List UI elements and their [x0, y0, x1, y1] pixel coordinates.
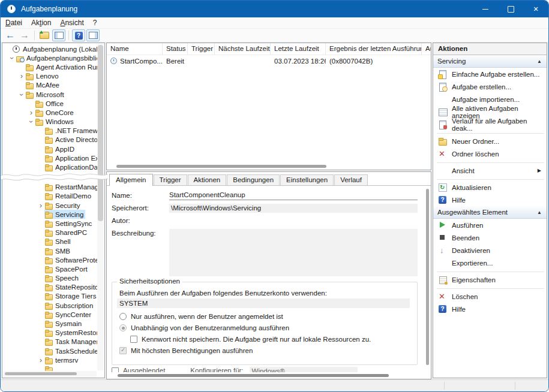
column-header[interactable]: Letzte Laufzeit: [271, 43, 326, 55]
action-item[interactable]: Aufgabe importieren...: [433, 93, 547, 105]
tree-item[interactable]: Security: [2, 201, 104, 210]
menu-item[interactable]: Aktion: [31, 19, 51, 27]
toolbar-button[interactable]: [68, 31, 69, 40]
tree-item[interactable]: Aufgabenplanungsbibliot: [2, 53, 104, 62]
tree-item[interactable]: .NET Framewo: [2, 126, 104, 135]
scrollbar-thumb[interactable]: [116, 165, 326, 168]
tree-item[interactable]: Windows: [2, 117, 104, 126]
toolbar-button[interactable]: [4, 29, 17, 41]
action-item[interactable]: Alle aktiven Aufgaben anzeigen: [433, 105, 547, 118]
tree-horizontal-scrollbar[interactable]: [3, 371, 97, 377]
window-control-button[interactable]: [523, 1, 548, 17]
toolbar-button[interactable]: [86, 29, 100, 41]
actions-section-header-selected-item[interactable]: Ausgewähltes Element ▲: [433, 206, 547, 219]
tree-item[interactable]: Aufgabenplanung (Lokal): [2, 44, 104, 53]
menu-item[interactable]: Ansicht: [60, 19, 83, 27]
tree-vertical-scrollbar[interactable]: [97, 44, 104, 370]
toolbar-button[interactable]: [52, 29, 65, 41]
tree-item[interactable]: Agent Activation Run: [2, 62, 104, 71]
expander-icon[interactable]: [18, 73, 25, 80]
tree-item[interactable]: StateRepositor: [2, 283, 104, 292]
details-tab[interactable]: Aktionen: [188, 174, 227, 185]
tree-item[interactable]: Task Manager: [2, 337, 104, 346]
details-tab[interactable]: Trigger: [154, 174, 187, 185]
scrollbar-thumb[interactable]: [98, 45, 103, 221]
tree-item[interactable]: Shell: [2, 237, 104, 246]
tree-item[interactable]: AppID: [2, 144, 104, 153]
toolbar-button[interactable]: [34, 31, 35, 40]
action-item[interactable]: Ansicht: [433, 164, 547, 177]
column-header[interactable]: Name: [107, 43, 163, 55]
tree-item[interactable]: Sysmain: [2, 319, 104, 328]
details-horizontal-scrollbar[interactable]: [108, 373, 422, 378]
tree-item[interactable]: Microsoft: [2, 90, 104, 99]
toolbar-button[interactable]: [18, 29, 31, 41]
scrollbar-thumb[interactable]: [118, 374, 389, 377]
tree-item[interactable]: SharedPC: [2, 228, 104, 237]
action-item[interactable]: [437, 269, 544, 272]
action-item[interactable]: Neuer Ordner...: [433, 135, 547, 147]
actions-section-header-servicing[interactable]: Servicing ▲: [433, 55, 547, 68]
action-item[interactable]: Einfache Aufgabe erstellen...: [433, 68, 547, 80]
column-header[interactable]: Status: [163, 43, 188, 55]
action-item[interactable]: Hilfe: [433, 194, 547, 206]
window-control-button[interactable]: [498, 1, 523, 17]
window-control-button[interactable]: [473, 1, 498, 17]
action-item[interactable]: [437, 160, 544, 163]
column-header[interactable]: Autor: [422, 43, 431, 55]
tree-item[interactable]: Application Ex: [2, 153, 104, 162]
action-item[interactable]: Deaktivieren: [433, 244, 547, 257]
tree-item[interactable]: OneCore: [2, 108, 104, 117]
menu-item[interactable]: Datei: [5, 19, 22, 27]
expander-icon[interactable]: [18, 91, 25, 98]
column-header[interactable]: Trigger: [188, 43, 215, 55]
tree-item[interactable]: SoftwareProte: [2, 255, 104, 264]
expander-icon[interactable]: [28, 109, 35, 116]
details-tab[interactable]: Verlauf: [334, 174, 368, 185]
tree-item[interactable]: SyncCenter: [2, 310, 104, 319]
toolbar-button[interactable]: [38, 29, 51, 41]
action-item[interactable]: Aufgabe erstellen...: [433, 80, 547, 93]
action-item[interactable]: [437, 177, 544, 180]
tree-item[interactable]: Subscription: [2, 301, 104, 310]
expander-icon[interactable]: [37, 357, 44, 364]
details-tab[interactable]: Bedingungen: [227, 174, 280, 185]
scrollbar-thumb[interactable]: [426, 189, 429, 365]
action-item[interactable]: Aktualisieren: [433, 181, 547, 194]
tree-item[interactable]: Active Director: [2, 135, 104, 144]
expander-icon[interactable]: [37, 202, 44, 209]
tree-item[interactable]: Office: [2, 99, 104, 108]
tree-item[interactable]: SettingSync: [2, 219, 104, 228]
action-item[interactable]: Verlauf für alle Aufgaben deak...: [433, 118, 547, 131]
details-vertical-scrollbar[interactable]: [426, 189, 429, 370]
action-item[interactable]: Ordner löschen: [433, 147, 547, 160]
action-item[interactable]: Beenden: [433, 231, 547, 244]
collapse-icon[interactable]: ▲: [537, 210, 542, 215]
tree-item[interactable]: Servicing: [2, 210, 104, 219]
tree-item[interactable]: TaskScheduler: [2, 346, 104, 355]
details-tab[interactable]: Allgemein: [109, 174, 153, 186]
expander-icon[interactable]: [28, 118, 35, 125]
tree-item[interactable]: McAfee: [2, 81, 104, 90]
toolbar-button[interactable]: [72, 29, 85, 41]
task-row[interactable]: StartCompo... Bereit 03.07.2023 18:26:27…: [107, 55, 431, 67]
task-list-horizontal-scrollbar[interactable]: [108, 164, 430, 168]
action-item[interactable]: Eigenschaften: [433, 273, 547, 286]
tree-item[interactable]: SystemRestore: [2, 328, 104, 337]
details-tab[interactable]: Einstellungen: [280, 174, 334, 185]
column-header[interactable]: Ergebnis der letzten Ausführung: [326, 43, 422, 55]
tree-item[interactable]: termsrv: [2, 355, 104, 364]
action-item[interactable]: Hilfe: [433, 303, 547, 315]
tree-item[interactable]: Storage Tiers N: [2, 292, 104, 301]
expander-icon[interactable]: [8, 55, 16, 62]
collapse-icon[interactable]: ▲: [537, 59, 542, 64]
tree-item[interactable]: SMB: [2, 246, 104, 255]
tree-item[interactable]: Lenovo: [2, 72, 104, 81]
tree-item[interactable]: RetailDemo: [2, 192, 104, 201]
action-item[interactable]: Löschen: [433, 290, 547, 303]
tree-item[interactable]: Speech: [2, 274, 104, 283]
action-item[interactable]: Exportieren...: [433, 257, 547, 269]
scrollbar-thumb[interactable]: [5, 372, 77, 375]
menu-item[interactable]: ?: [93, 19, 97, 27]
tree-item[interactable]: SpacePort: [2, 264, 104, 273]
